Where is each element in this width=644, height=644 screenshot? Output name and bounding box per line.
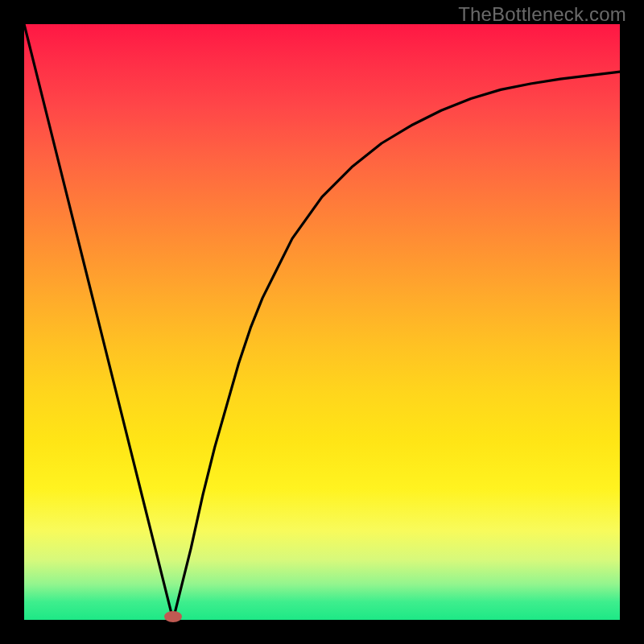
bottleneck-curve xyxy=(24,24,620,620)
curve-svg xyxy=(24,24,620,620)
plot-area xyxy=(24,24,620,620)
watermark-label: TheBottleneck.com xyxy=(458,3,626,26)
chart-frame: TheBottleneck.com xyxy=(0,0,644,644)
min-marker xyxy=(164,611,182,622)
